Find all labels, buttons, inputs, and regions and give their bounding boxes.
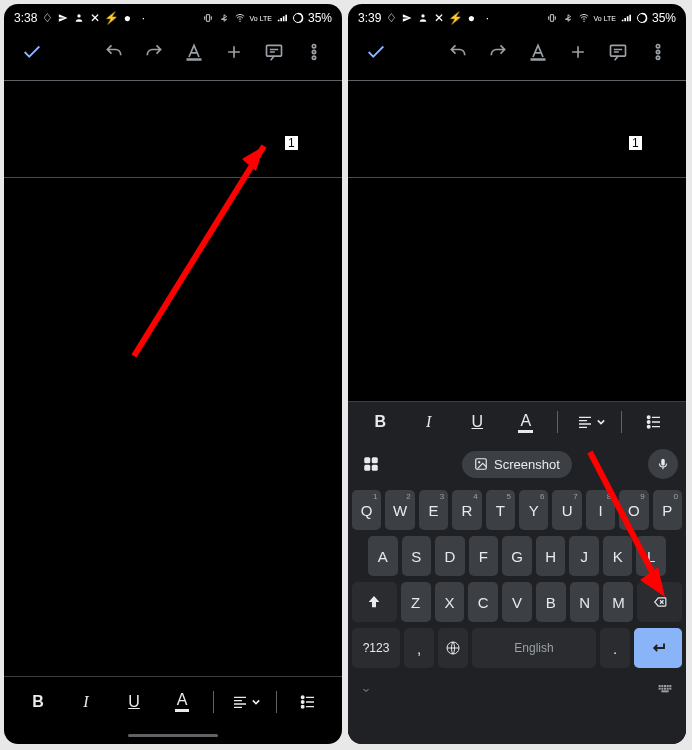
key-n[interactable]: N <box>570 582 600 622</box>
key-t[interactable]: 5T <box>486 490 515 530</box>
insert-button[interactable] <box>558 32 598 72</box>
key-s[interactable]: S <box>402 536 432 576</box>
redo-button[interactable] <box>478 32 518 72</box>
svg-point-11 <box>301 700 304 703</box>
battery-icon <box>292 12 304 24</box>
volte-label: Vo LTE <box>250 15 272 22</box>
symbols-key[interactable]: ?123 <box>352 628 400 668</box>
wifi-icon <box>234 12 246 24</box>
language-key[interactable] <box>438 628 468 668</box>
underline-button[interactable]: U <box>460 405 494 439</box>
svg-rect-4 <box>267 45 282 56</box>
text-color-button[interactable]: A <box>509 405 543 439</box>
page-rule <box>4 177 342 178</box>
bold-button[interactable]: B <box>21 685 55 719</box>
key-c[interactable]: C <box>468 582 498 622</box>
key-w[interactable]: 2W <box>385 490 414 530</box>
svg-rect-37 <box>659 688 661 690</box>
vibrate-icon <box>202 12 214 24</box>
overflow-button[interactable] <box>294 32 334 72</box>
key-e[interactable]: 3E <box>419 490 448 530</box>
bolt-icon: ⚡ <box>449 12 461 24</box>
key-j[interactable]: J <box>569 536 599 576</box>
separator <box>213 691 214 713</box>
key-x[interactable]: X <box>435 582 465 622</box>
keyboard-footer <box>348 678 686 700</box>
key-q[interactable]: 1Q <box>352 490 381 530</box>
format-bar: B I U A <box>348 402 686 442</box>
key-l[interactable]: L <box>636 536 666 576</box>
suggestion-label: Screenshot <box>494 457 560 472</box>
italic-button[interactable]: I <box>69 685 103 719</box>
key-v[interactable]: V <box>502 582 532 622</box>
overflow-button[interactable] <box>638 32 678 72</box>
key-b[interactable]: B <box>536 582 566 622</box>
align-button[interactable] <box>573 405 607 439</box>
mic-button[interactable] <box>648 449 678 479</box>
redo-button[interactable] <box>134 32 174 72</box>
suggestion-chip[interactable]: Screenshot <box>462 451 572 478</box>
bolt-icon: ⚡ <box>105 12 117 24</box>
key-m[interactable]: M <box>603 582 633 622</box>
svg-rect-25 <box>372 457 378 463</box>
text-color-button[interactable]: A <box>165 685 199 719</box>
clock: 3:39 <box>358 11 381 25</box>
undo-button[interactable] <box>94 32 134 72</box>
dot-icon: · <box>481 12 493 24</box>
key-k[interactable]: K <box>603 536 633 576</box>
text-format-button[interactable] <box>174 32 214 72</box>
svg-point-15 <box>583 21 584 22</box>
comment-button[interactable] <box>598 32 638 72</box>
svg-rect-17 <box>611 45 626 56</box>
key-p[interactable]: 0P <box>653 490 682 530</box>
undo-button[interactable] <box>438 32 478 72</box>
person-icon <box>417 12 429 24</box>
key-a[interactable]: A <box>368 536 398 576</box>
key-o[interactable]: 9O <box>619 490 648 530</box>
key-i[interactable]: 8I <box>586 490 615 530</box>
key-d[interactable]: D <box>435 536 465 576</box>
key-r[interactable]: 4R <box>452 490 481 530</box>
comma-key[interactable]: , <box>404 628 434 668</box>
key-y[interactable]: 6Y <box>519 490 548 530</box>
comment-button[interactable] <box>254 32 294 72</box>
period-key[interactable]: . <box>600 628 630 668</box>
separator <box>557 411 558 433</box>
grid-menu-icon[interactable] <box>356 449 386 479</box>
document-canvas[interactable]: 1 <box>4 81 342 676</box>
bluetooth-icon <box>218 12 230 24</box>
key-f[interactable]: F <box>469 536 499 576</box>
done-button[interactable] <box>12 32 52 72</box>
collapse-kb-icon[interactable] <box>360 680 372 698</box>
key-z[interactable]: Z <box>401 582 431 622</box>
volte-label: Vo LTE <box>594 15 616 22</box>
document-canvas[interactable]: 1 <box>348 81 686 401</box>
key-h[interactable]: H <box>536 536 566 576</box>
key-row-2: ASDFGHJKL <box>352 536 682 576</box>
shift-key[interactable] <box>352 582 397 622</box>
enter-key[interactable] <box>634 628 682 668</box>
kb-settings-icon[interactable] <box>658 680 674 698</box>
insert-button[interactable] <box>214 32 254 72</box>
svg-point-18 <box>656 45 659 48</box>
backspace-key[interactable] <box>637 582 682 622</box>
svg-rect-35 <box>667 685 669 687</box>
bold-button[interactable]: B <box>363 405 397 439</box>
key-row-4: ?123 , English . <box>352 628 682 668</box>
svg-rect-14 <box>550 15 553 22</box>
nav-bar <box>4 726 342 744</box>
done-button[interactable] <box>356 32 396 72</box>
align-button[interactable] <box>228 685 262 719</box>
app-toolbar <box>348 30 686 74</box>
list-button[interactable] <box>291 685 325 719</box>
key-g[interactable]: G <box>502 536 532 576</box>
text-format-button[interactable] <box>518 32 558 72</box>
svg-rect-40 <box>667 688 669 690</box>
space-key[interactable]: English <box>472 628 596 668</box>
nav-handle[interactable] <box>128 734 218 737</box>
underline-button[interactable]: U <box>117 685 151 719</box>
italic-button[interactable]: I <box>412 405 446 439</box>
key-u[interactable]: 7U <box>552 490 581 530</box>
svg-point-12 <box>301 705 304 708</box>
list-button[interactable] <box>637 405 671 439</box>
